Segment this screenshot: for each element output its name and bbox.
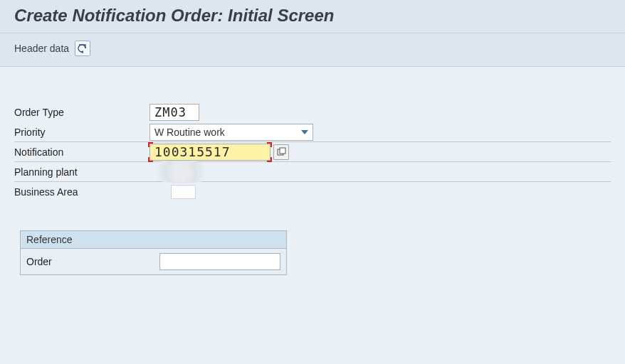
toolbar: Header data bbox=[0, 33, 625, 67]
notification-search-help-button[interactable] bbox=[273, 144, 289, 160]
business-area-row: Business Area bbox=[14, 182, 611, 202]
chevron-down-icon bbox=[301, 130, 308, 134]
header-data-label: Header data bbox=[14, 43, 69, 54]
svg-rect-2 bbox=[280, 148, 285, 154]
order-type-row: Order Type bbox=[14, 102, 611, 122]
page-title: Create Notification Order: Initial Scree… bbox=[14, 6, 611, 26]
planning-plant-row: Planning plant bbox=[14, 162, 611, 182]
reference-order-label: Order bbox=[26, 256, 159, 267]
search-help-icon bbox=[276, 147, 286, 157]
priority-select[interactable]: W Routine work bbox=[149, 124, 313, 141]
reference-body: Order bbox=[21, 249, 286, 274]
business-area-input[interactable] bbox=[171, 185, 196, 199]
notification-input[interactable] bbox=[149, 144, 271, 161]
priority-label: Priority bbox=[14, 127, 149, 138]
reference-order-input[interactable] bbox=[159, 253, 280, 270]
notification-row: Notification bbox=[14, 142, 611, 162]
notification-label: Notification bbox=[14, 146, 149, 158]
refresh-icon bbox=[77, 43, 88, 54]
business-area-label: Business Area bbox=[14, 186, 149, 198]
reference-groupbox: Reference Order bbox=[20, 230, 287, 275]
priority-row: Priority W Routine work bbox=[14, 122, 611, 142]
form-area: Order Type Priority W Routine work Notif… bbox=[0, 67, 625, 289]
order-type-label: Order Type bbox=[14, 107, 149, 118]
planning-plant-label: Planning plant bbox=[14, 166, 149, 178]
redacted-area bbox=[145, 161, 216, 183]
reference-header: Reference bbox=[21, 231, 286, 249]
notification-field-wrap bbox=[149, 144, 271, 161]
order-type-input[interactable] bbox=[149, 104, 199, 121]
title-bar: Create Notification Order: Initial Scree… bbox=[0, 0, 625, 33]
priority-value: W Routine work bbox=[154, 127, 225, 138]
header-data-button[interactable] bbox=[75, 41, 90, 56]
svg-marker-0 bbox=[80, 50, 83, 53]
